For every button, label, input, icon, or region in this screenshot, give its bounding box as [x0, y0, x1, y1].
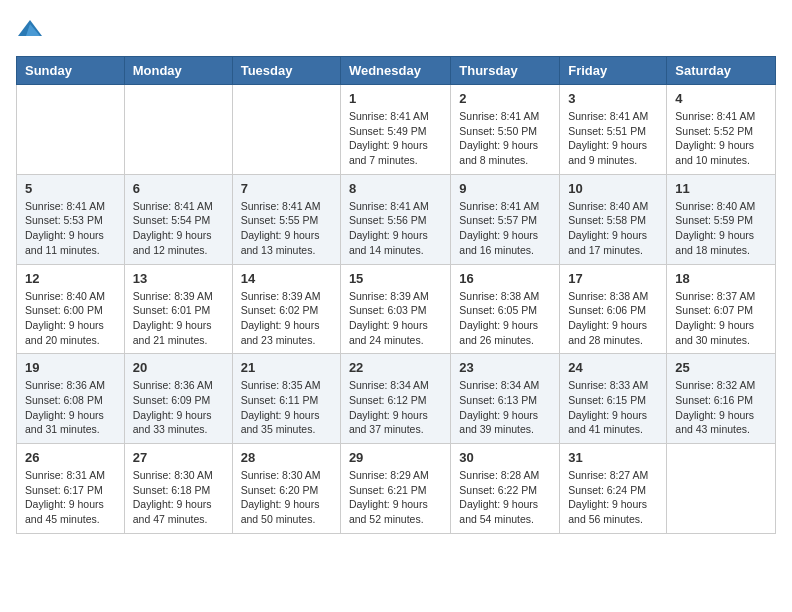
- day-cell: 19Sunrise: 8:36 AM Sunset: 6:08 PM Dayli…: [17, 354, 125, 444]
- day-number: 21: [241, 360, 332, 375]
- weekday-header-monday: Monday: [124, 57, 232, 85]
- logo: [16, 16, 48, 44]
- day-info: Sunrise: 8:34 AM Sunset: 6:13 PM Dayligh…: [459, 378, 551, 437]
- day-cell: 14Sunrise: 8:39 AM Sunset: 6:02 PM Dayli…: [232, 264, 340, 354]
- day-cell: 20Sunrise: 8:36 AM Sunset: 6:09 PM Dayli…: [124, 354, 232, 444]
- day-number: 18: [675, 271, 767, 286]
- day-number: 9: [459, 181, 551, 196]
- day-number: 8: [349, 181, 442, 196]
- day-info: Sunrise: 8:30 AM Sunset: 6:18 PM Dayligh…: [133, 468, 224, 527]
- day-cell: 2Sunrise: 8:41 AM Sunset: 5:50 PM Daylig…: [451, 85, 560, 175]
- day-info: Sunrise: 8:36 AM Sunset: 6:08 PM Dayligh…: [25, 378, 116, 437]
- day-cell: 6Sunrise: 8:41 AM Sunset: 5:54 PM Daylig…: [124, 174, 232, 264]
- day-cell: 16Sunrise: 8:38 AM Sunset: 6:05 PM Dayli…: [451, 264, 560, 354]
- day-cell: [124, 85, 232, 175]
- day-info: Sunrise: 8:41 AM Sunset: 5:57 PM Dayligh…: [459, 199, 551, 258]
- day-number: 25: [675, 360, 767, 375]
- day-cell: 9Sunrise: 8:41 AM Sunset: 5:57 PM Daylig…: [451, 174, 560, 264]
- day-cell: [17, 85, 125, 175]
- day-cell: 23Sunrise: 8:34 AM Sunset: 6:13 PM Dayli…: [451, 354, 560, 444]
- day-info: Sunrise: 8:27 AM Sunset: 6:24 PM Dayligh…: [568, 468, 658, 527]
- day-number: 22: [349, 360, 442, 375]
- day-info: Sunrise: 8:41 AM Sunset: 5:50 PM Dayligh…: [459, 109, 551, 168]
- day-info: Sunrise: 8:39 AM Sunset: 6:01 PM Dayligh…: [133, 289, 224, 348]
- day-number: 1: [349, 91, 442, 106]
- day-cell: 26Sunrise: 8:31 AM Sunset: 6:17 PM Dayli…: [17, 444, 125, 534]
- day-cell: 5Sunrise: 8:41 AM Sunset: 5:53 PM Daylig…: [17, 174, 125, 264]
- day-number: 15: [349, 271, 442, 286]
- day-cell: 17Sunrise: 8:38 AM Sunset: 6:06 PM Dayli…: [560, 264, 667, 354]
- logo-icon: [16, 16, 44, 44]
- day-number: 7: [241, 181, 332, 196]
- day-info: Sunrise: 8:41 AM Sunset: 5:49 PM Dayligh…: [349, 109, 442, 168]
- day-cell: 4Sunrise: 8:41 AM Sunset: 5:52 PM Daylig…: [667, 85, 776, 175]
- day-cell: 22Sunrise: 8:34 AM Sunset: 6:12 PM Dayli…: [340, 354, 450, 444]
- weekday-header-wednesday: Wednesday: [340, 57, 450, 85]
- day-cell: 15Sunrise: 8:39 AM Sunset: 6:03 PM Dayli…: [340, 264, 450, 354]
- page-header: [16, 16, 776, 44]
- week-row-5: 26Sunrise: 8:31 AM Sunset: 6:17 PM Dayli…: [17, 444, 776, 534]
- day-cell: [667, 444, 776, 534]
- day-cell: 7Sunrise: 8:41 AM Sunset: 5:55 PM Daylig…: [232, 174, 340, 264]
- week-row-3: 12Sunrise: 8:40 AM Sunset: 6:00 PM Dayli…: [17, 264, 776, 354]
- day-number: 26: [25, 450, 116, 465]
- day-info: Sunrise: 8:40 AM Sunset: 6:00 PM Dayligh…: [25, 289, 116, 348]
- day-number: 17: [568, 271, 658, 286]
- weekday-header-sunday: Sunday: [17, 57, 125, 85]
- day-cell: 21Sunrise: 8:35 AM Sunset: 6:11 PM Dayli…: [232, 354, 340, 444]
- day-info: Sunrise: 8:33 AM Sunset: 6:15 PM Dayligh…: [568, 378, 658, 437]
- day-info: Sunrise: 8:39 AM Sunset: 6:02 PM Dayligh…: [241, 289, 332, 348]
- day-info: Sunrise: 8:28 AM Sunset: 6:22 PM Dayligh…: [459, 468, 551, 527]
- day-number: 16: [459, 271, 551, 286]
- day-number: 2: [459, 91, 551, 106]
- day-number: 29: [349, 450, 442, 465]
- weekday-header-tuesday: Tuesday: [232, 57, 340, 85]
- day-cell: 30Sunrise: 8:28 AM Sunset: 6:22 PM Dayli…: [451, 444, 560, 534]
- day-number: 13: [133, 271, 224, 286]
- day-number: 20: [133, 360, 224, 375]
- day-number: 30: [459, 450, 551, 465]
- day-info: Sunrise: 8:32 AM Sunset: 6:16 PM Dayligh…: [675, 378, 767, 437]
- week-row-2: 5Sunrise: 8:41 AM Sunset: 5:53 PM Daylig…: [17, 174, 776, 264]
- weekday-header-thursday: Thursday: [451, 57, 560, 85]
- weekday-header-friday: Friday: [560, 57, 667, 85]
- day-info: Sunrise: 8:39 AM Sunset: 6:03 PM Dayligh…: [349, 289, 442, 348]
- day-number: 28: [241, 450, 332, 465]
- day-info: Sunrise: 8:41 AM Sunset: 5:51 PM Dayligh…: [568, 109, 658, 168]
- day-cell: 10Sunrise: 8:40 AM Sunset: 5:58 PM Dayli…: [560, 174, 667, 264]
- day-info: Sunrise: 8:38 AM Sunset: 6:06 PM Dayligh…: [568, 289, 658, 348]
- day-info: Sunrise: 8:36 AM Sunset: 6:09 PM Dayligh…: [133, 378, 224, 437]
- day-number: 23: [459, 360, 551, 375]
- day-number: 19: [25, 360, 116, 375]
- day-cell: [232, 85, 340, 175]
- day-number: 27: [133, 450, 224, 465]
- day-cell: 31Sunrise: 8:27 AM Sunset: 6:24 PM Dayli…: [560, 444, 667, 534]
- day-number: 3: [568, 91, 658, 106]
- day-cell: 27Sunrise: 8:30 AM Sunset: 6:18 PM Dayli…: [124, 444, 232, 534]
- day-number: 4: [675, 91, 767, 106]
- day-info: Sunrise: 8:41 AM Sunset: 5:52 PM Dayligh…: [675, 109, 767, 168]
- day-number: 12: [25, 271, 116, 286]
- day-cell: 11Sunrise: 8:40 AM Sunset: 5:59 PM Dayli…: [667, 174, 776, 264]
- day-number: 14: [241, 271, 332, 286]
- day-number: 31: [568, 450, 658, 465]
- day-cell: 8Sunrise: 8:41 AM Sunset: 5:56 PM Daylig…: [340, 174, 450, 264]
- day-info: Sunrise: 8:41 AM Sunset: 5:53 PM Dayligh…: [25, 199, 116, 258]
- day-cell: 1Sunrise: 8:41 AM Sunset: 5:49 PM Daylig…: [340, 85, 450, 175]
- day-info: Sunrise: 8:41 AM Sunset: 5:55 PM Dayligh…: [241, 199, 332, 258]
- day-info: Sunrise: 8:35 AM Sunset: 6:11 PM Dayligh…: [241, 378, 332, 437]
- day-info: Sunrise: 8:29 AM Sunset: 6:21 PM Dayligh…: [349, 468, 442, 527]
- day-info: Sunrise: 8:40 AM Sunset: 5:58 PM Dayligh…: [568, 199, 658, 258]
- day-info: Sunrise: 8:31 AM Sunset: 6:17 PM Dayligh…: [25, 468, 116, 527]
- week-row-4: 19Sunrise: 8:36 AM Sunset: 6:08 PM Dayli…: [17, 354, 776, 444]
- day-cell: 29Sunrise: 8:29 AM Sunset: 6:21 PM Dayli…: [340, 444, 450, 534]
- day-number: 10: [568, 181, 658, 196]
- day-info: Sunrise: 8:38 AM Sunset: 6:05 PM Dayligh…: [459, 289, 551, 348]
- day-number: 5: [25, 181, 116, 196]
- weekday-header-saturday: Saturday: [667, 57, 776, 85]
- day-number: 24: [568, 360, 658, 375]
- day-cell: 24Sunrise: 8:33 AM Sunset: 6:15 PM Dayli…: [560, 354, 667, 444]
- day-number: 6: [133, 181, 224, 196]
- day-info: Sunrise: 8:41 AM Sunset: 5:54 PM Dayligh…: [133, 199, 224, 258]
- day-info: Sunrise: 8:34 AM Sunset: 6:12 PM Dayligh…: [349, 378, 442, 437]
